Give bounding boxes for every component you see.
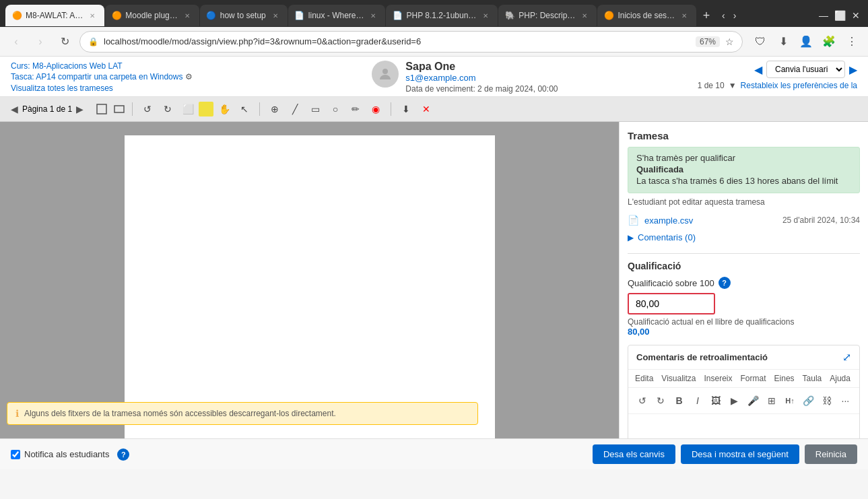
rect-btn[interactable]: ▭: [306, 100, 325, 119]
menu-icon[interactable]: ⋮: [842, 32, 861, 51]
minimize-browser[interactable]: —: [816, 9, 831, 22]
highlight-btn[interactable]: [199, 102, 213, 117]
tab-scroll-left[interactable]: ‹: [719, 9, 728, 22]
next-page-button[interactable]: ▶: [76, 104, 84, 114]
tab-4-close[interactable]: ✕: [368, 10, 378, 21]
reset-prefs-link[interactable]: Restableix les preferències de la: [741, 81, 857, 90]
settings-icon: ⚙: [185, 72, 193, 81]
bookmark-icon[interactable]: ☆: [725, 36, 734, 47]
feedback-taula-btn[interactable]: Taula: [803, 374, 822, 383]
comments-link[interactable]: Comentaris (0): [638, 232, 696, 242]
mic-btn[interactable]: 🎤: [746, 392, 760, 409]
cursor-btn[interactable]: ↖: [235, 100, 254, 119]
notify-checkbox[interactable]: [11, 450, 20, 459]
feedback-eines-btn[interactable]: Eines: [774, 374, 795, 383]
prev-page-button[interactable]: ◀: [11, 104, 18, 114]
grade-current-value: 80,00: [628, 327, 860, 337]
prev-user-button[interactable]: ◀: [754, 63, 762, 76]
profile-icon[interactable]: 👤: [797, 32, 815, 51]
link-btn[interactable]: 🔗: [801, 392, 815, 409]
grade-help-icon[interactable]: ?: [719, 277, 731, 289]
line-btn[interactable]: ╱: [286, 100, 304, 119]
bold-btn[interactable]: B: [672, 392, 686, 409]
grade-section: Qualificació Qualificació sobre 100 ? Qu…: [628, 261, 860, 337]
close-browser[interactable]: ✕: [849, 9, 863, 22]
rotate-left-btn[interactable]: ↺: [138, 100, 157, 119]
image-btn[interactable]: 🖼: [709, 392, 723, 409]
feedback-visualitza-btn[interactable]: Visualitza: [661, 374, 696, 383]
browser-actions: 🛡 ⬇ 👤 🧩 ⋮: [751, 32, 861, 51]
shield-icon[interactable]: 🛡: [751, 32, 770, 51]
download-icon[interactable]: ⬇: [774, 32, 793, 51]
course-link[interactable]: Curs: M8-Aplicacions Web LAT: [11, 61, 123, 71]
feedback-expand-icon[interactable]: ⤢: [842, 351, 851, 364]
feedback-format-btn[interactable]: Format: [741, 374, 766, 383]
address-bar[interactable]: 🔒 localhost/moodle/mod/assign/view.php?i…: [79, 31, 743, 53]
tab-2-close[interactable]: ✕: [182, 10, 193, 21]
reload-button[interactable]: ↻: [55, 32, 74, 51]
tab-5-close[interactable]: ✕: [480, 10, 491, 21]
file-link[interactable]: example.csv: [644, 215, 693, 226]
tab-4-favicon: 📄: [295, 11, 304, 20]
tab-4[interactable]: 📄 linux - Where… ✕: [288, 5, 386, 26]
notify-help-icon[interactable]: ?: [117, 448, 129, 461]
undo-btn[interactable]: ↺: [635, 392, 649, 409]
h-btn[interactable]: H↑: [782, 392, 797, 409]
document-page: [125, 135, 495, 438]
zoom-level[interactable]: 67%: [696, 36, 720, 47]
tab-3[interactable]: 🔵 how to setup ✕: [200, 5, 288, 26]
new-tab-button[interactable]: +: [697, 6, 716, 25]
eraser-btn[interactable]: ◉: [366, 100, 385, 119]
all-submissions-link[interactable]: Visualitza totes les trameses: [11, 84, 113, 93]
tab-1-close[interactable]: ✕: [87, 10, 98, 21]
warning-text: Alguns dels fitxers de la tramesa només …: [24, 409, 336, 418]
grade-input[interactable]: [628, 293, 715, 314]
tab-2[interactable]: 🟠 Moodle plug… ✕: [105, 5, 199, 26]
circle-btn[interactable]: ○: [326, 100, 345, 119]
extensions-icon[interactable]: 🧩: [820, 32, 838, 51]
save-button[interactable]: Desa els canvis: [593, 444, 675, 464]
tab-3-close[interactable]: ✕: [270, 10, 281, 21]
feedback-edit-btn[interactable]: Edita: [635, 374, 653, 383]
more-btn[interactable]: ···: [838, 392, 853, 409]
maximize-browser[interactable]: ⬜: [832, 9, 848, 22]
tab-6-close[interactable]: ✕: [579, 10, 590, 21]
reset-button[interactable]: Reinicia: [805, 444, 857, 464]
save-next-button[interactable]: Desa i mostra el següent: [681, 444, 799, 464]
feedback-content[interactable]: [628, 414, 859, 438]
fit-page-icon[interactable]: [94, 102, 109, 117]
unlink-btn[interactable]: ⛓: [820, 392, 834, 409]
forward-button[interactable]: ›: [31, 32, 50, 51]
feedback-ajuda-btn[interactable]: Ajuda: [830, 374, 850, 383]
rotate-right-btn[interactable]: ↻: [158, 100, 177, 119]
filter-icon[interactable]: ▼: [729, 81, 737, 90]
pan-btn[interactable]: ✋: [215, 100, 234, 119]
tab-7-close[interactable]: ✕: [679, 10, 690, 21]
tab-scroll-right[interactable]: ›: [731, 9, 739, 22]
task-link[interactable]: Tasca: AP14 compartir una carpeta en Win…: [11, 72, 193, 81]
user-selector[interactable]: Canvia l'usuari: [766, 61, 845, 78]
user-email[interactable]: s1@example.com: [405, 73, 558, 83]
page-label: Pàgina 1 de 1: [22, 104, 72, 114]
italic-btn[interactable]: I: [690, 392, 704, 409]
document-area: ℹ Alguns dels fitxers de la tramesa nomé…: [0, 122, 619, 438]
comments-row[interactable]: ▶ Comentaris (0): [628, 228, 860, 246]
feedback-insereix-btn[interactable]: Insereix: [704, 374, 733, 383]
table-btn[interactable]: ⊞: [764, 392, 778, 409]
redo-btn[interactable]: ↻: [653, 392, 667, 409]
delete-btn[interactable]: ✕: [417, 100, 436, 119]
media-btn[interactable]: ▶: [727, 392, 741, 409]
tab-6[interactable]: 🐘 PHP: Descrip… ✕: [498, 5, 597, 26]
tab-5[interactable]: 📄 PHP 8.1.2-1ubun… ✕: [386, 5, 498, 26]
pen-btn[interactable]: ✏: [346, 100, 365, 119]
tab-7[interactable]: 🟠 Inicios de ses… ✕: [597, 5, 696, 26]
download-btn[interactable]: ⬇: [397, 100, 415, 119]
select-area-btn[interactable]: ⬜: [178, 100, 197, 119]
svg-rect-2: [114, 106, 124, 112]
grade-section-title: Qualificació: [628, 261, 860, 271]
tab-1[interactable]: 🟠 M8-AWLAT: A… ✕: [5, 5, 104, 26]
fit-width-icon[interactable]: [112, 102, 127, 117]
next-user-button[interactable]: ▶: [849, 63, 857, 76]
zoom-region-btn[interactable]: ⊕: [265, 100, 284, 119]
back-button[interactable]: ‹: [7, 32, 26, 51]
